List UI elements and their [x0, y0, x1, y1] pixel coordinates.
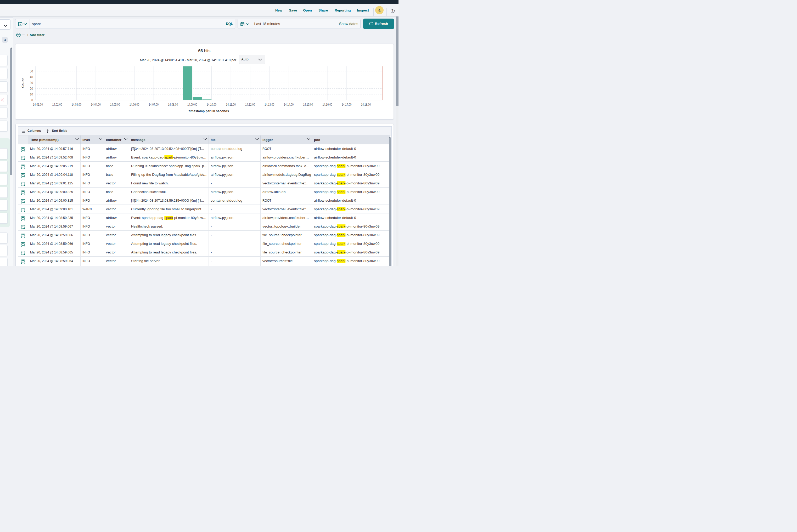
- svg-text:14:07:00: 14:07:00: [149, 103, 159, 107]
- svg-text:14:10:00: 14:10:00: [207, 103, 217, 107]
- svg-text:10: 10: [30, 93, 33, 96]
- svg-text:50: 50: [30, 70, 33, 73]
- svg-text:14:03:00: 14:03:00: [72, 103, 82, 107]
- svg-text:14:16:00: 14:16:00: [322, 103, 332, 107]
- svg-text:14:06:00: 14:06:00: [130, 103, 140, 107]
- svg-text:14:12:00: 14:12:00: [245, 103, 255, 107]
- svg-text:14:15:00: 14:15:00: [303, 103, 313, 107]
- svg-text:14:05:00: 14:05:00: [110, 103, 120, 107]
- svg-text:14:09:00: 14:09:00: [187, 103, 197, 107]
- svg-text:20: 20: [30, 87, 33, 91]
- svg-text:14:01:00: 14:01:00: [33, 103, 43, 107]
- svg-text:40: 40: [30, 75, 33, 79]
- svg-text:14:04:00: 14:04:00: [91, 103, 101, 107]
- svg-text:timestamp per 30 seconds: timestamp per 30 seconds: [189, 109, 229, 113]
- svg-text:14:17:00: 14:17:00: [342, 103, 352, 107]
- svg-text:14:14:00: 14:14:00: [284, 103, 294, 107]
- svg-text:14:18:00: 14:18:00: [361, 103, 371, 107]
- svg-text:0: 0: [32, 98, 33, 102]
- svg-text:Count: Count: [21, 78, 25, 88]
- svg-text:14:08:00: 14:08:00: [168, 103, 178, 107]
- svg-text:14:02:00: 14:02:00: [52, 103, 62, 107]
- svg-text:14:13:00: 14:13:00: [264, 103, 275, 107]
- svg-text:30: 30: [30, 81, 33, 85]
- svg-text:14:11:00: 14:11:00: [226, 103, 236, 107]
